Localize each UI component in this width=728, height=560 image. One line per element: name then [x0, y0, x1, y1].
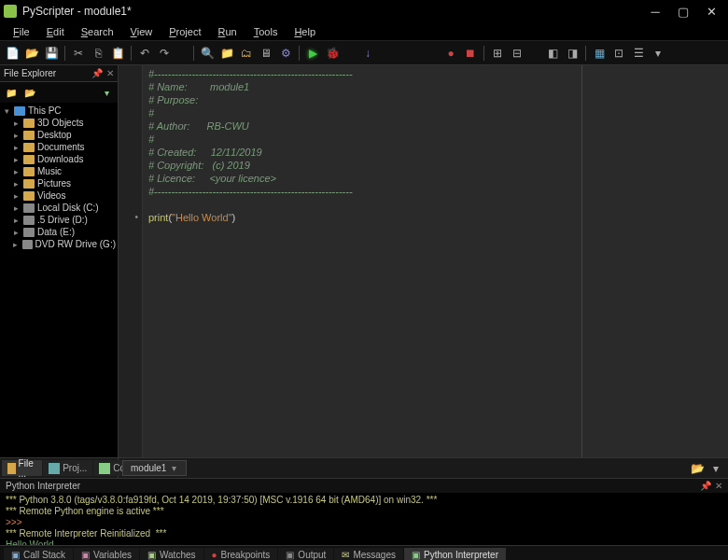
tab-project[interactable]: Proj... [43, 460, 92, 476]
minimize-button[interactable]: ─ [642, 2, 668, 21]
cut-icon[interactable]: ✂ [70, 45, 87, 62]
tree-item[interactable]: ▸.5 Drive (D:) [0, 214, 118, 226]
interpreter-pin-icon[interactable]: 📌 [700, 481, 711, 491]
code-line: #---------------------------------------… [148, 185, 728, 198]
expander-icon[interactable]: ▸ [11, 191, 21, 201]
undo-icon[interactable]: ↶ [136, 45, 153, 62]
menu-project[interactable]: Project [161, 24, 208, 39]
expander-icon[interactable]: ▸ [11, 119, 21, 128]
tool-c-icon[interactable]: ▦ [591, 45, 608, 62]
maximize-button[interactable]: ▢ [670, 2, 696, 21]
expander-icon[interactable]: ▸ [11, 167, 21, 176]
tree-item-label: Downloads [37, 154, 83, 164]
editor-tab-module1[interactable]: module1▾ [122, 460, 187, 476]
expander-icon[interactable]: ▸ [11, 228, 21, 237]
redo-icon[interactable]: ↷ [156, 45, 173, 62]
tool-f-icon[interactable]: ▾ [650, 45, 666, 62]
monitor-icon[interactable]: 🖥 [258, 45, 274, 62]
tree-item[interactable]: ▸Downloads [0, 153, 118, 165]
explorer-back-icon[interactable]: 📁 [3, 84, 20, 101]
tab-breakpoints[interactable]: ●Breakpoints [204, 548, 278, 560]
editor-ruler [581, 65, 582, 457]
tree-item[interactable]: ▸Music [0, 165, 118, 177]
misc1-icon[interactable]: ⊞ [489, 45, 506, 62]
tree-item[interactable]: ▸Local Disk (C:) [0, 202, 118, 214]
folder-icon [23, 143, 35, 152]
tool-b-icon[interactable]: ◨ [564, 45, 581, 62]
expander-icon[interactable]: ▸ [11, 155, 21, 164]
expander-icon[interactable]: ▸ [11, 240, 20, 249]
expander-icon[interactable]: ▸ [11, 179, 21, 189]
expander-icon[interactable]: ▾ [2, 106, 11, 116]
tab-callstack[interactable]: ▣Call Stack [4, 548, 73, 560]
menu-tools[interactable]: Tools [246, 24, 286, 39]
tree-item[interactable]: ▸Pictures [0, 177, 118, 189]
tab-python-interpreter[interactable]: ▣Python Interpreter [404, 548, 506, 560]
main-area: File Explorer 📌 ✕ 📁 📂 ▾ ▾This PC▸3D Obje… [0, 65, 728, 457]
tool-a-icon[interactable]: ◧ [544, 45, 561, 62]
explorer-icon[interactable]: 📁 [218, 45, 235, 62]
settings-icon[interactable]: ⚙ [277, 45, 294, 62]
tab-variables[interactable]: ▣Variables [74, 548, 139, 560]
menu-edit[interactable]: Edit [39, 24, 72, 39]
explorer-filter-icon[interactable]: ▾ [98, 84, 115, 101]
tree-item[interactable]: ▸Videos [0, 189, 118, 202]
code-editor[interactable]: #---------------------------------------… [143, 65, 728, 457]
open-file-icon[interactable]: 📂 [23, 45, 40, 62]
save-icon[interactable]: 💾 [43, 45, 60, 62]
toolbar: 📄 📂 💾 ✂ ⎘ 📋 ↶ ↷ 🔍 📁 🗂 🖥 ⚙ ▶ 🐞 ↓ ● ⏹ ⊞ ⊟ … [0, 41, 728, 65]
pin-icon[interactable]: 📌 [91, 68, 103, 78]
expander-icon[interactable]: ▸ [11, 203, 21, 213]
tab-menu-icon[interactable]: 📂 [689, 460, 706, 477]
window-title: PyScripter - module1* [22, 5, 132, 18]
code-line: # Copyright: (c) 2019 [148, 159, 728, 172]
tree-item[interactable]: ▸3D Objects [0, 117, 118, 129]
tree-item[interactable]: ▸Data (E:) [0, 226, 118, 238]
tree-item[interactable]: ▾This PC [0, 105, 118, 117]
folder-icon [23, 167, 35, 176]
tree-item[interactable]: ▸DVD RW Drive (G:) [0, 238, 118, 250]
run-icon[interactable]: ▶ [304, 45, 321, 62]
paste-icon[interactable]: 📋 [109, 45, 126, 62]
debug-icon[interactable]: 🐞 [324, 45, 341, 62]
file-tree[interactable]: ▾This PC▸3D Objects▸Desktop▸Documents▸Do… [0, 103, 118, 457]
new-file-icon[interactable]: 📄 [4, 45, 21, 62]
misc2-icon[interactable]: ⊟ [509, 45, 525, 62]
tab-dropdown-icon[interactable]: ▾ [707, 460, 724, 477]
tab-watches[interactable]: ▣Watches [140, 548, 203, 560]
tab-file-explorer[interactable]: File ... [2, 460, 42, 476]
tool-d-icon[interactable]: ⊡ [610, 45, 627, 62]
tree-item[interactable]: ▸Desktop [0, 129, 118, 141]
step-icon[interactable]: ↓ [359, 45, 376, 62]
interpreter-body[interactable]: *** Python 3.8.0 (tags/v3.8.0:fa919fd, O… [0, 493, 728, 545]
menu-search[interactable]: Search [74, 24, 121, 39]
menu-help[interactable]: Help [287, 24, 323, 39]
interpreter-close-icon[interactable]: ✕ [715, 481, 722, 491]
tab-output[interactable]: ▣Output [278, 548, 333, 560]
interpreter-prompt: >>> [6, 517, 722, 528]
menu-file[interactable]: File [6, 24, 37, 39]
copy-icon[interactable]: ⎘ [90, 45, 106, 62]
interpreter-line: *** Remote Python engine is active *** [6, 506, 722, 517]
explorer-up-icon[interactable]: 📂 [21, 84, 38, 101]
stop-icon[interactable]: ⏹ [462, 45, 479, 62]
tab-messages[interactable]: ✉Messages [334, 548, 403, 560]
code-line: # [148, 106, 728, 119]
expander-icon[interactable]: ▸ [11, 216, 21, 225]
close-button[interactable]: ✕ [698, 2, 724, 21]
tree-item-label: 3D Objects [37, 118, 83, 128]
close-panel-icon[interactable]: ✕ [106, 68, 114, 78]
tool-e-icon[interactable]: ☰ [630, 45, 647, 62]
folder2-icon[interactable]: 🗂 [238, 45, 255, 62]
menu-view[interactable]: View [123, 24, 161, 39]
expander-icon[interactable]: ▸ [11, 143, 21, 152]
folder-icon [23, 119, 35, 128]
code-line: # Purpose: [148, 93, 728, 106]
interpreter-title: Python Interpreter [6, 481, 80, 491]
expander-icon[interactable]: ▸ [11, 131, 21, 140]
record-icon[interactable]: ● [442, 45, 459, 62]
tree-item[interactable]: ▸Documents [0, 141, 118, 153]
menu-run[interactable]: Run [211, 24, 245, 39]
folder-icon [23, 179, 35, 189]
search-icon[interactable]: 🔍 [199, 45, 216, 62]
